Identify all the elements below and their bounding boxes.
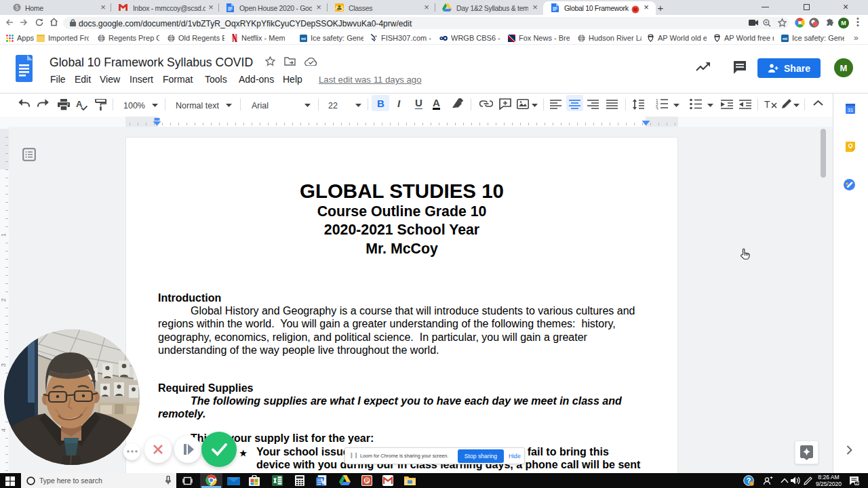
svg-text:mi: mi — [301, 37, 306, 41]
svg-text:31: 31 — [848, 107, 853, 113]
svg-text:2: 2 — [856, 481, 859, 485]
svg-text:3: 3 — [656, 106, 658, 110]
svg-text:T: T — [764, 99, 770, 110]
svg-text:mi: mi — [783, 37, 787, 41]
